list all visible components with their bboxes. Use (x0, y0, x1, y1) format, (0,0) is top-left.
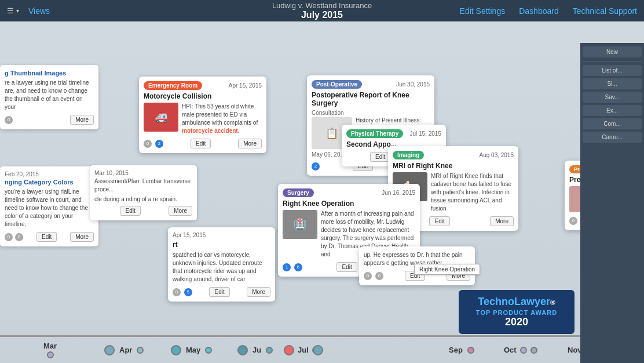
police-edit-button[interactable]: Edit (209, 287, 229, 297)
postop-badge: 2 (312, 162, 320, 170)
pt-category: Physical Therapy (346, 129, 403, 138)
emergency-date: Apr 15, 2015 (229, 82, 262, 89)
top-navigation: ☰ ▾ Views Ludwig v. Westland Insurance J… (0, 0, 644, 21)
imaging-date: Aug 03, 2015 (480, 152, 514, 158)
police-card: Apr 15, 2015 rt spatched to car vs motor… (168, 227, 275, 302)
pt-date: Jul 15, 2015 (410, 130, 442, 137)
postop-category: Post-Operative (312, 80, 362, 89)
save-button[interactable]: Sav... (583, 92, 642, 103)
imaging-category: Imaging (393, 151, 424, 159)
edit-settings-link[interactable]: Edit Settings (460, 6, 506, 16)
case-title: Ludwig v. Westland Insurance (272, 1, 372, 10)
month-jun: Ju (237, 345, 273, 355)
police-more-button[interactable]: More (247, 287, 270, 297)
month-jul-blue (313, 345, 323, 355)
month-oct: Oct (504, 346, 537, 354)
right-panel: New List of... Sl... Sav... Ex... Com...… (580, 43, 644, 363)
postop-date: Jun 30, 2015 (396, 81, 430, 88)
nav-right: Edit Settings Dashboard Technical Suppor… (460, 6, 637, 16)
emergency-footer: 0 2 Edit More (144, 139, 262, 148)
mri-badge-0b: 0 (375, 272, 383, 280)
surgery-badge-6: 6 (294, 263, 302, 271)
blog2-text: you're a lawyer using rialLine timeline … (5, 188, 94, 228)
carousel-button[interactable]: Carou... (583, 132, 642, 143)
list-button[interactable]: List of... (583, 65, 642, 76)
pt-header: Physical Therapy Jul 15, 2015 (346, 129, 441, 138)
comment-button[interactable]: Com... (583, 118, 642, 129)
blog1-more-button[interactable]: More (70, 115, 94, 125)
menu-dropdown[interactable]: ☰ ▾ (7, 6, 19, 15)
postop-subtitle: Consultation (312, 110, 430, 116)
timeline-area: New List of... Sl... Sav... Ex... Com...… (0, 21, 644, 363)
chevron-icon: ▾ (16, 8, 19, 14)
blog-card-2: Feb 20, 2015 nging Category Colors you'r… (0, 166, 98, 246)
surgery-thumb: 🏥 (283, 210, 317, 239)
preop-badge-0a: 0 (569, 217, 577, 225)
dashboard-link[interactable]: Dashboard (519, 6, 559, 16)
slideshow-button[interactable]: Sl... (583, 78, 642, 89)
police-footer: 0 5 Edit More (173, 287, 270, 297)
surgery-category: Surgery (283, 188, 314, 197)
police-badge-5: 5 (184, 288, 192, 296)
mri-badge-0a: 0 (364, 272, 372, 280)
blog1-badge: 0 (5, 116, 13, 124)
emergency-card-header: Emergency Room Apr 15, 2015 (144, 81, 262, 90)
emergency-body: 🚑 HPI: This 53 years old white male pres… (144, 103, 262, 135)
techno-year: 2020 (468, 316, 565, 328)
lumbar-more-button[interactable]: More (169, 206, 192, 216)
nav-center: Ludwig v. Westland Insurance July 2015 (272, 1, 372, 20)
postop-header: Post-Operative Jun 30, 2015 (312, 80, 430, 89)
lumbar-text: Assessment/Plan: Lumbar transverse proce… (94, 177, 192, 194)
emergency-edit-button[interactable]: Edit (191, 139, 211, 148)
month-apr: Apr (104, 345, 144, 355)
emergency-more-button[interactable]: More (238, 139, 262, 148)
surgery-date: Jun 16, 2015 (382, 190, 415, 196)
lumbar-subtext: cle during a nding of a re sprain. (94, 196, 192, 202)
emergency-title: Motorcycle Collision (144, 92, 262, 100)
month-title: July 2015 (272, 10, 372, 20)
tooltip-text: Right Knee Operation (419, 266, 475, 273)
surgery-header: Surgery Jun 16, 2015 (283, 188, 415, 197)
menu-icon: ☰ (7, 6, 14, 15)
imaging-edit-button[interactable]: Edit (429, 216, 449, 226)
export-button[interactable]: Ex... (583, 105, 642, 116)
emergency-badge-0: 0 (144, 140, 152, 148)
imaging-header: Imaging Aug 03, 2015 (393, 151, 514, 159)
blog1-title: g Thumbnail Images (5, 70, 94, 77)
police-text: spatched to car vs motorcycle, unknown i… (173, 251, 270, 284)
blog2-date: Feb 20, 2015 (5, 171, 94, 177)
surgery-title: Right Knee Operation (283, 199, 415, 208)
emergency-card: Emergency Room Apr 15, 2015 Motorcycle C… (139, 77, 266, 153)
blog2-title: nging Category Colors (5, 179, 94, 186)
blog2-edit-button[interactable]: Edit (36, 232, 57, 242)
blog2-badge-2: 0 (15, 233, 23, 241)
techno-badge: TechnoLawyer® TOP PRODUCT AWARD 2020 (459, 290, 575, 334)
lumbar-edit-button[interactable]: Edit (120, 206, 140, 216)
blog2-badge-0: 0 (5, 233, 13, 241)
police-badge-0: 0 (173, 288, 181, 296)
surgery-badge-1: 1 (283, 263, 291, 271)
imaging-more-button[interactable]: More (490, 216, 514, 226)
technical-support-link[interactable]: Technical Support (573, 6, 637, 16)
surgery-edit-button[interactable]: Edit (336, 262, 357, 272)
police-title: rt (173, 241, 270, 249)
views-link[interactable]: Views (28, 6, 50, 16)
imaging-title: MRI of Right Knee (393, 162, 514, 170)
police-date: Apr 15, 2015 (173, 232, 206, 238)
new-button[interactable]: New (583, 46, 642, 57)
month-nov: Nov (568, 346, 582, 354)
emergency-badge-2: 2 (155, 140, 163, 148)
pt-edit-button[interactable]: Edit (370, 152, 390, 162)
panel-divider (583, 61, 642, 61)
blog-card-1: g Thumbnail Images re a lawyer using ne … (0, 65, 98, 129)
techno-logo: TechnoLawyer® (468, 296, 565, 308)
postop-title: Postoperative Report of Knee Surgery (312, 91, 430, 107)
emergency-text: HPI: This 53 years old white male presen… (182, 103, 262, 135)
nav-left: ☰ ▾ Views (7, 6, 50, 16)
blog2-more-button[interactable]: More (70, 232, 94, 242)
emergency-category: Emergency Room (144, 81, 202, 90)
month-may: May (171, 345, 212, 355)
lumbar-date: Mar 10, 2015 (94, 170, 192, 176)
month-mar: Mar (43, 342, 57, 358)
imaging-text: MRI of Right Knee finds that cadaver bon… (431, 172, 514, 213)
